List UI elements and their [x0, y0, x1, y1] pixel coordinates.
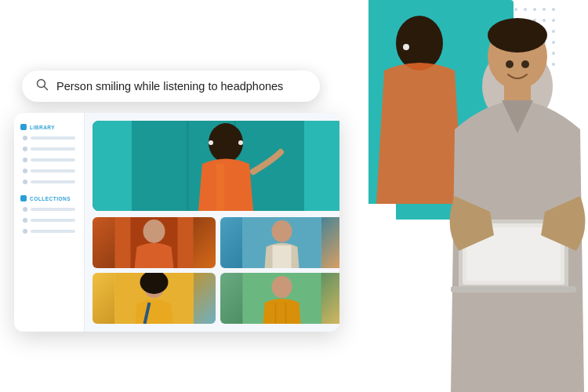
library-section-label: LIBRARY	[20, 124, 78, 130]
sidebar-item[interactable]	[20, 205, 78, 213]
sidebar-item[interactable]	[20, 145, 78, 153]
collections-section-label: COLLECTIONS	[20, 195, 78, 201]
svg-point-20	[209, 140, 213, 145]
sidebar-dot	[23, 136, 27, 140]
sidebar-line	[31, 208, 75, 211]
sidebar-dot	[23, 158, 27, 162]
svg-rect-22	[216, 164, 224, 211]
svg-point-1	[396, 16, 443, 71]
svg-rect-17	[187, 121, 189, 211]
sidebar-item[interactable]	[20, 156, 78, 164]
app-window: LIBRARY COLLECTIONS	[14, 113, 339, 332]
svg-point-25	[143, 220, 165, 243]
svg-point-21	[238, 140, 243, 145]
svg-point-5	[488, 18, 547, 53]
search-icon	[36, 78, 49, 94]
sidebar-line	[31, 136, 75, 140]
main-content-area	[85, 113, 339, 332]
sidebar-dot	[23, 180, 27, 184]
sidebar-item[interactable]	[20, 178, 78, 186]
sidebar-line	[31, 158, 75, 162]
app-sidebar: LIBRARY COLLECTIONS	[14, 113, 85, 332]
sidebar-line	[31, 169, 75, 172]
sidebar-item[interactable]	[20, 167, 78, 175]
sidebar-item[interactable]	[20, 227, 78, 235]
featured-photo[interactable]	[93, 121, 339, 211]
svg-point-28	[272, 220, 292, 242]
svg-rect-6	[504, 85, 531, 100]
featured-photo-inner	[93, 121, 339, 211]
ui-panel: Person smiling while listening to headph…	[14, 71, 351, 332]
search-bar[interactable]: Person smiling while listening to headph…	[22, 71, 320, 102]
sidebar-item[interactable]	[20, 216, 78, 224]
sidebar-dot	[23, 207, 27, 212]
photo-thumbnail-2[interactable]	[220, 217, 339, 268]
sidebar-line	[31, 219, 75, 222]
sidebar-dot	[23, 218, 27, 223]
svg-point-19	[209, 123, 243, 162]
svg-line-14	[45, 87, 48, 90]
sidebar-line	[31, 147, 75, 151]
search-query-text: Person smiling while listening to headph…	[56, 80, 283, 93]
photo-thumbnail-1[interactable]	[93, 217, 216, 268]
sidebar-dot	[23, 169, 27, 173]
svg-point-37	[272, 276, 292, 298]
sidebar-line	[31, 230, 75, 233]
sidebar-dot	[23, 229, 27, 234]
svg-point-2	[403, 44, 409, 50]
svg-rect-10	[451, 286, 576, 292]
sidebar-line	[31, 180, 75, 183]
svg-point-12	[521, 60, 529, 68]
photo-thumbnail-4[interactable]	[220, 273, 339, 324]
svg-point-11	[506, 60, 514, 68]
sidebar-item[interactable]	[20, 134, 78, 142]
photo-thumbnail-3[interactable]	[93, 273, 216, 324]
svg-rect-29	[273, 245, 292, 268]
photo-grid	[93, 217, 339, 324]
sidebar-dot	[23, 147, 27, 151]
